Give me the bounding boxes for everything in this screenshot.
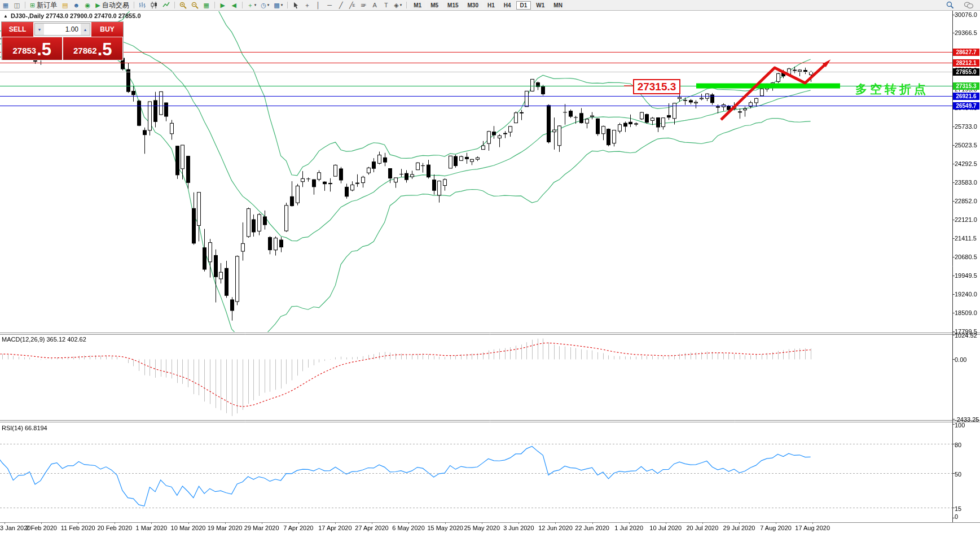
templates-icon[interactable]: ▩▾ bbox=[272, 1, 284, 10]
buy-price-pips: .5 bbox=[98, 41, 112, 58]
indicators-add-icon[interactable]: ＋▾ bbox=[245, 1, 258, 10]
timeframe-button-d1[interactable]: D1 bbox=[516, 1, 531, 10]
volume-increase-button[interactable]: ▲ bbox=[81, 24, 90, 35]
sell-price-main: 27853 bbox=[12, 43, 36, 58]
buy-button[interactable]: BUY bbox=[91, 22, 123, 37]
crosshair-icon[interactable]: ＋ bbox=[302, 1, 312, 10]
autotrading-icon[interactable]: ▶自动交易 bbox=[94, 1, 130, 10]
history-center-icon[interactable]: ▤ bbox=[60, 1, 70, 10]
timeframe-button-h4[interactable]: H4 bbox=[500, 1, 515, 10]
collapse-arrow-icon[interactable]: ▲ bbox=[3, 14, 8, 19]
main-toolbar: ▦◫⊞新订单▤☻◉▶自动交易▦▶◀＋▾◷▾▩▾＋│─╱╱E≡FAT◈▾M1M5M… bbox=[0, 0, 980, 11]
volume-input[interactable] bbox=[44, 24, 81, 35]
price-chart-canvas[interactable] bbox=[0, 0, 980, 533]
channel-icon[interactable]: ╱E bbox=[347, 1, 357, 10]
toolbar-separator bbox=[406, 2, 407, 8]
cursor-icon[interactable] bbox=[291, 1, 301, 10]
tile-windows-icon[interactable]: ▦ bbox=[201, 1, 212, 10]
toolbar-separator bbox=[134, 2, 134, 8]
mt4-window: { "toolbar": { "groups": [ {"items": [ {… bbox=[0, 0, 980, 533]
volume-decrease-button[interactable]: ▼ bbox=[35, 24, 44, 35]
sell-price-display[interactable]: 27853 .5 bbox=[2, 37, 62, 60]
horizontal-line-icon[interactable]: ─ bbox=[324, 1, 335, 10]
data-window-icon[interactable]: ◫ bbox=[12, 1, 22, 10]
toolbar-separator bbox=[287, 2, 288, 8]
sell-price-pips: .5 bbox=[37, 41, 51, 58]
support-level-price-label: 27315.3 bbox=[633, 79, 680, 94]
line-chart-icon[interactable] bbox=[161, 1, 172, 10]
timeframe-button-m5[interactable]: M5 bbox=[427, 1, 442, 10]
period-clock-icon[interactable]: ◷▾ bbox=[259, 1, 271, 10]
toolbar-separator bbox=[242, 2, 243, 8]
new-order-icon[interactable]: ⊞新订单 bbox=[28, 1, 59, 10]
buy-price-display[interactable]: 27862 .5 bbox=[63, 37, 123, 60]
one-click-trading-panel: SELL ▼ ▲ BUY 27853 .5 27862 .5 bbox=[1, 21, 124, 60]
zoom-in-icon[interactable] bbox=[178, 1, 188, 10]
vertical-line-icon[interactable]: │ bbox=[313, 1, 323, 10]
shapes-icon[interactable]: ◈▾ bbox=[392, 1, 403, 10]
fibonacci-icon[interactable]: ≡F bbox=[358, 1, 368, 10]
candlestick-chart-icon[interactable] bbox=[149, 1, 160, 10]
auto-scroll-icon[interactable]: ▶ bbox=[218, 1, 228, 10]
chart-ohlc-header: ▲ DJ30-,Daily 27743.0 27900.0 27470.0 27… bbox=[3, 12, 141, 19]
market-watch-icon[interactable]: ▦ bbox=[1, 1, 11, 10]
toolbar-separator bbox=[174, 2, 175, 8]
toolbar-separator bbox=[214, 2, 215, 8]
experts-icon[interactable]: ☻ bbox=[71, 1, 81, 10]
timeframe-button-h1[interactable]: H1 bbox=[484, 1, 499, 10]
toolbar-right-icons bbox=[944, 1, 975, 10]
text-icon[interactable]: A bbox=[370, 1, 380, 10]
text-label-icon[interactable]: T bbox=[381, 1, 391, 10]
buy-price-main: 27862 bbox=[73, 43, 97, 58]
bull-bear-turning-point-note: 多空转折点 bbox=[855, 81, 929, 97]
chart-ohlc-text: DJ30-,Daily 27743.0 27900.0 27470.0 2785… bbox=[11, 12, 141, 19]
trendline-icon[interactable]: ╱ bbox=[336, 1, 346, 10]
chat-icon[interactable] bbox=[963, 1, 975, 10]
timeframe-button-m30[interactable]: M30 bbox=[464, 1, 482, 10]
zoom-out-icon[interactable] bbox=[190, 1, 200, 10]
bar-chart-icon[interactable] bbox=[137, 1, 148, 10]
sell-button[interactable]: SELL bbox=[2, 22, 33, 37]
chart-shift-icon[interactable]: ◀ bbox=[229, 1, 239, 10]
timeframe-button-m1[interactable]: M1 bbox=[410, 1, 425, 10]
search-icon[interactable] bbox=[944, 1, 956, 10]
signals-icon[interactable]: ◉ bbox=[82, 1, 93, 10]
timeframe-button-mn[interactable]: MN bbox=[550, 1, 566, 10]
toolbar-separator bbox=[25, 2, 25, 8]
timeframe-button-w1[interactable]: W1 bbox=[532, 1, 548, 10]
volume-spinner: ▼ ▲ bbox=[34, 23, 90, 36]
timeframe-button-m15[interactable]: M15 bbox=[443, 1, 462, 10]
